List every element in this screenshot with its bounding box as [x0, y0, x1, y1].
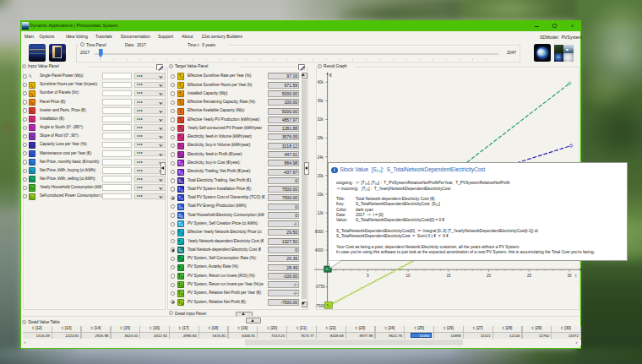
svg-text:20: 20 — [487, 274, 492, 278]
svg-text:€: € — [329, 73, 332, 78]
svg-text:16k: 16k — [318, 193, 324, 197]
svg-text:15: 15 — [446, 274, 451, 278]
svg-text:-3750: -3750 — [315, 285, 325, 289]
svg-text:T₃₄: T₃₄ — [326, 304, 331, 307]
svg-text:28k: 28k — [318, 136, 324, 140]
svg-text:30: 30 — [568, 274, 573, 278]
svg-text:32k: 32k — [318, 117, 324, 122]
svg-text:24k: 24k — [318, 155, 324, 160]
svg-text:25: 25 — [527, 274, 532, 278]
svg-text:12k: 12k — [318, 211, 324, 215]
svg-text:5: 5 — [367, 274, 369, 278]
svg-text:4000: 4000 — [315, 248, 324, 253]
svg-text:40k: 40k — [318, 80, 324, 84]
svg-text:36k: 36k — [318, 99, 324, 103]
svg-text:8000: 8000 — [315, 230, 324, 234]
svg-text:-7500: -7500 — [315, 304, 325, 308]
svg-text:10: 10 — [406, 274, 411, 278]
svg-text:t: t — [575, 273, 577, 278]
svg-text:20k: 20k — [318, 174, 324, 178]
